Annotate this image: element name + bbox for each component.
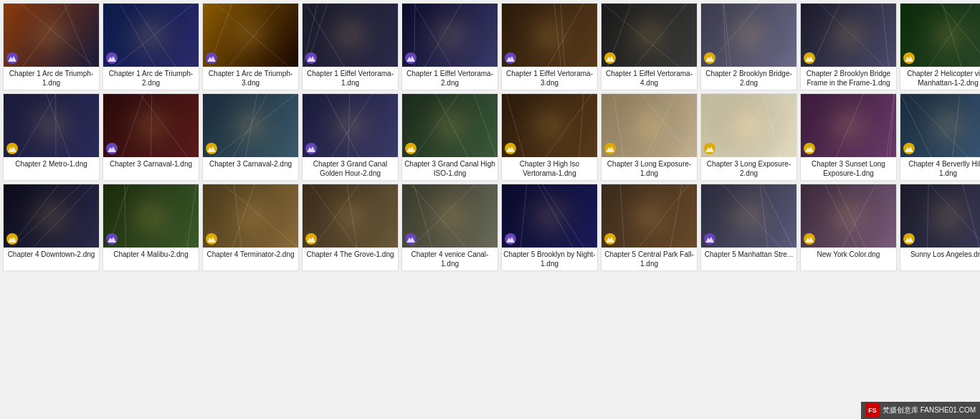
thumb-badge <box>505 52 516 64</box>
thumb-badge <box>405 52 417 64</box>
photo-grid: Chapter 1 Arc de Triumph-1.dngChapter 1 … <box>0 0 980 274</box>
thumb-label: Chapter 4 Terminator-2.dng <box>205 248 295 261</box>
thumb-item[interactable]: Chapter 3 Long Exposure-2.dng <box>700 93 797 181</box>
thumb-image <box>900 184 980 248</box>
thumb-item[interactable]: Chapter 2 Helicopter view Manhattan-1-2.… <box>900 3 980 90</box>
thumb-image <box>601 94 697 157</box>
thumb-image <box>203 94 298 157</box>
thumb-badge <box>604 52 616 64</box>
thumb-label: Chapter 1 Arc de Triumph-3.dng <box>203 67 298 90</box>
thumb-image <box>203 4 298 67</box>
thumb-badge <box>305 143 317 154</box>
thumb-item[interactable]: Chapter 1 Eiffel Vertorama-2.dng <box>401 3 498 90</box>
thumb-badge <box>704 143 715 154</box>
svg-marker-15 <box>506 146 515 152</box>
thumb-item[interactable]: Chapter 4 Malibu-2.dng <box>103 184 199 271</box>
thumb-label: Chapter 4 Downtown-2.dng <box>6 248 97 261</box>
thumb-label: New York Color.dng <box>816 248 882 261</box>
thumb-label: Chapter 5 Brooklyn by Night-1.dng <box>502 248 597 270</box>
thumb-item[interactable]: Chapter 3 High Iso Vertorama-1.dng <box>501 93 598 181</box>
thumb-image <box>303 94 398 157</box>
thumb-item[interactable]: Chapter 5 Central Park Fall-1.dng <box>601 184 698 271</box>
thumb-image <box>502 184 597 248</box>
thumb-image <box>4 4 99 67</box>
thumb-badge <box>604 143 616 154</box>
thumb-item[interactable]: Chapter 1 Arc de Triumph-1.dng <box>3 3 100 90</box>
thumb-badge <box>206 143 217 154</box>
thumb-badge <box>704 233 715 245</box>
thumb-badge <box>505 143 516 154</box>
thumb-image <box>900 94 980 157</box>
svg-marker-8 <box>805 56 814 62</box>
watermark-text: 梵摄创意库 FANSHE01.COM <box>883 405 976 415</box>
thumb-item[interactable]: Chapter 4 Terminator-2.dng <box>202 184 299 271</box>
svg-marker-28 <box>805 237 814 243</box>
thumb-label: Chapter 1 Eiffel Vertorama-2.dng <box>402 67 498 90</box>
thumb-item[interactable]: Chapter 3 Grand Canal Golden Hour-2.dng <box>302 93 399 181</box>
thumb-item[interactable]: Chapter 3 Carnaval-2.dng <box>202 93 299 181</box>
thumb-item[interactable]: Chapter 1 Arc de Triumph-3.dng <box>202 3 299 90</box>
thumb-label: Chapter 2 Brooklyn Bridge-2.dng <box>701 67 796 90</box>
svg-marker-6 <box>606 56 614 62</box>
thumb-item[interactable]: Chapter 3 Long Exposure-1.dng <box>601 93 698 181</box>
thumb-badge <box>604 233 616 245</box>
thumb-item[interactable]: Chapter 5 Manhattan Stre... <box>700 184 797 271</box>
thumb-image <box>701 94 796 157</box>
svg-marker-3 <box>307 56 315 62</box>
thumb-item[interactable]: Chapter 1 Eiffel Vertorama-4.dng <box>601 3 698 90</box>
thumb-label: Sunny Los Angeles.dng <box>909 248 980 261</box>
thumb-image <box>4 94 99 157</box>
thumb-label: Chapter 3 Carnaval-1.dng <box>108 157 194 171</box>
thumb-item[interactable]: Chapter 2 Brooklyn Bridge-2.dng <box>700 3 797 90</box>
thumb-item[interactable]: Chapter 4 Berverlly Hills-1.dng <box>900 93 980 181</box>
thumb-image <box>103 184 199 248</box>
thumb-badge <box>804 233 815 245</box>
thumb-badge <box>804 52 815 64</box>
thumb-image <box>103 4 199 67</box>
thumb-item[interactable]: New York Color.dng <box>800 184 897 271</box>
thumb-badge <box>903 143 915 154</box>
thumb-item[interactable]: Sunny Los Angeles.dng <box>900 184 980 271</box>
thumb-image <box>303 4 398 67</box>
watermark-logo: FS <box>865 403 880 418</box>
svg-marker-0 <box>8 56 16 62</box>
thumb-image <box>801 94 896 157</box>
thumb-item[interactable]: Chapter 3 Carnaval-1.dng <box>103 93 199 181</box>
thumb-label: Chapter 3 Carnaval-2.dng <box>208 157 293 171</box>
thumb-item[interactable]: Chapter 2 Brooklyn Bridge Frame in the F… <box>800 3 897 90</box>
svg-marker-4 <box>406 56 415 62</box>
thumb-image <box>103 94 199 157</box>
svg-marker-24 <box>406 237 415 243</box>
thumb-item[interactable]: Chapter 3 Sunset Long Exposure-1.dng <box>800 93 897 181</box>
thumb-label: Chapter 5 Manhattan Stre... <box>703 248 794 261</box>
svg-marker-1 <box>108 56 116 62</box>
thumb-item[interactable]: Chapter 4 Downtown-2.dng <box>3 184 100 271</box>
svg-marker-29 <box>905 237 913 243</box>
svg-marker-20 <box>8 237 16 243</box>
thumb-item[interactable]: Chapter 4 The Grove-1.dng <box>302 184 399 271</box>
thumb-item[interactable]: Chapter 5 Brooklyn by Night-1.dng <box>501 184 598 271</box>
svg-marker-18 <box>805 146 814 152</box>
thumb-item[interactable]: Chapter 1 Eiffel Vertorama-1.dng <box>302 3 399 90</box>
svg-marker-13 <box>307 146 315 152</box>
thumb-label: Chapter 1 Arc de Triumph-2.dng <box>103 67 199 90</box>
svg-marker-7 <box>705 56 714 62</box>
thumb-badge <box>305 52 317 64</box>
thumb-image <box>402 4 498 67</box>
thumb-item[interactable]: Chapter 2 Metro-1.dng <box>3 93 100 181</box>
svg-marker-19 <box>905 146 913 152</box>
svg-marker-11 <box>108 146 116 152</box>
thumb-badge <box>6 143 18 154</box>
thumb-label: Chapter 4 venice Canal-1.dng <box>402 248 498 270</box>
thumb-item[interactable]: Chapter 1 Eiffel Vertorama-3.dng <box>501 3 598 90</box>
thumb-item[interactable]: Chapter 1 Arc de Triumph-2.dng <box>103 3 199 90</box>
thumb-item[interactable]: Chapter 3 Grand Canal High ISO-1.dng <box>401 93 498 181</box>
thumb-badge <box>405 233 417 245</box>
thumb-label: Chapter 3 Sunset Long Exposure-1.dng <box>801 157 896 180</box>
thumb-badge <box>6 52 18 64</box>
svg-marker-27 <box>705 237 714 243</box>
thumb-item[interactable]: Chapter 4 venice Canal-1.dng <box>401 184 498 271</box>
thumb-label: Chapter 1 Eiffel Vertorama-1.dng <box>303 67 398 90</box>
svg-marker-5 <box>506 56 515 62</box>
thumb-label: Chapter 2 Metro-1.dng <box>14 157 89 171</box>
